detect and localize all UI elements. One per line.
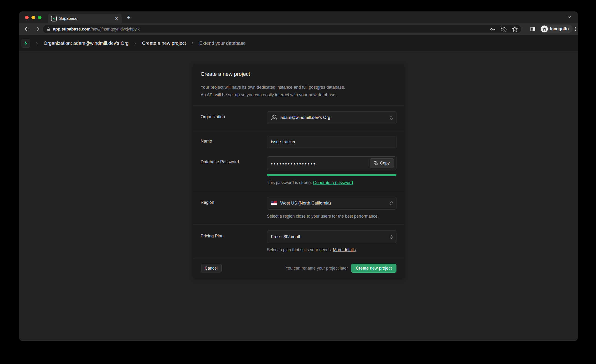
password-strength-text: This password is strong. [267,180,312,185]
name-row: Name issue-tracker [193,130,404,151]
password-strength-bar [267,174,396,176]
pricing-label: Pricing Plan [201,230,267,239]
description-line-1: Your project will have its own dedicated… [201,83,396,91]
incognito-icon [541,25,548,32]
pricing-row: Pricing Plan Free - $0/month Select a pl… [193,225,404,258]
us-flag-icon [271,201,277,205]
browser-toolbar: app.supabase.com/new/jfnsmqoynldvxjyhpyl… [19,23,578,35]
supabase-favicon-icon [51,16,57,22]
lock-icon [47,27,51,31]
password-masked-value: •••••••••••••••• [271,160,366,166]
incognito-label: Incognito [550,26,569,31]
name-label: Name [201,136,267,144]
more-details-link[interactable]: More details [333,247,356,252]
breadcrumb-separator-icon [133,41,137,45]
password-row: Database Password •••••••••••••••• Copy [193,151,404,191]
tab-title: Supabase [59,16,112,21]
chevron-up-down-icon [390,201,393,206]
bookmark-star-icon[interactable] [512,26,518,32]
page-background: Create a new project Your project will h… [19,52,578,341]
copy-password-button[interactable]: Copy [370,158,394,168]
tab-close-icon[interactable]: ✕ [115,16,118,21]
close-window-button[interactable] [25,16,29,19]
breadcrumb-separator-icon [35,41,39,45]
forward-icon[interactable] [34,26,40,32]
region-label: Region [201,197,267,205]
card-footer: Cancel You can rename your project later… [193,258,404,278]
description-line-2: An API will be set up so you can easily … [201,91,396,99]
back-icon[interactable] [24,26,30,32]
name-value: issue-tracker [271,140,296,144]
tab-search-chevron-icon[interactable] [567,15,572,20]
organization-value: adam@windmill.dev's Org [281,115,330,120]
url-path: /new/jfnsmqoynldvxjyhpylk [91,27,140,31]
page-title: Create a new project [193,64,404,77]
copy-button-label: Copy [380,161,390,166]
pricing-select[interactable]: Free - $0/month [267,230,396,243]
minimize-window-button[interactable] [31,16,35,19]
region-select[interactable]: West US (North California) [267,197,396,209]
users-icon [271,115,277,121]
generate-password-link[interactable]: Generate a password [313,180,353,185]
card-description: Your project will have its own dedicated… [193,77,404,105]
breadcrumb-separator-icon [191,41,194,45]
chevron-up-down-icon [390,116,393,120]
password-input[interactable]: •••••••••••••••• Copy [267,156,396,170]
tab-strip: Supabase ✕ + [19,11,578,23]
password-label: Database Password [201,156,267,164]
cancel-button[interactable]: Cancel [201,264,222,273]
breadcrumb: Organization: adam@windmill.dev's Org Cr… [19,35,578,52]
name-input[interactable]: issue-tracker [267,136,396,148]
region-value: West US (North California) [280,201,331,206]
password-key-icon[interactable] [490,26,495,32]
url-bar[interactable]: app.supabase.com/new/jfnsmqoynldvxjyhpyl… [43,25,521,33]
pricing-value: Free - $0/month [271,234,302,239]
create-new-project-button[interactable]: Create new project [351,264,396,273]
breadcrumb-item-create-project[interactable]: Create a new project [142,41,186,46]
breadcrumb-item-extend-database[interactable]: Extend your database [199,41,246,46]
organization-label: Organization [201,111,267,119]
chevron-up-down-icon [390,235,393,239]
password-hint: This password is strong. Generate a pass… [267,180,396,185]
new-tab-button[interactable]: + [127,14,130,21]
maximize-window-button[interactable] [38,16,41,19]
organization-select[interactable]: adam@windmill.dev's Org [267,111,396,124]
copy-icon [374,161,378,165]
organization-row: Organization adam@windmill.dev's Org [193,106,404,130]
region-row: Region West US (North California) Select… [193,191,404,224]
url-domain: app.supabase.com [53,27,91,31]
rename-note: You can rename your project later [285,266,348,271]
incognito-badge[interactable]: Incognito [540,25,573,33]
supabase-logo-icon[interactable] [22,39,30,48]
eye-off-icon[interactable] [501,26,507,32]
side-panel-icon[interactable] [530,26,536,32]
browser-tab-supabase[interactable]: Supabase ✕ [48,14,122,23]
browser-window: Supabase ✕ + app.supabase.com/new/jfnsmq… [19,11,578,341]
region-hint: Select a region close to your users for … [267,214,396,219]
create-project-card: Create a new project Your project will h… [193,64,404,278]
pricing-hint: Select a plan that suits your needs. Mor… [267,247,396,253]
breadcrumb-item-organization[interactable]: Organization: adam@windmill.dev's Org [44,41,128,46]
browser-menu-icon[interactable] [573,26,578,32]
pricing-hint-text: Select a plan that suits your needs. [267,247,332,252]
